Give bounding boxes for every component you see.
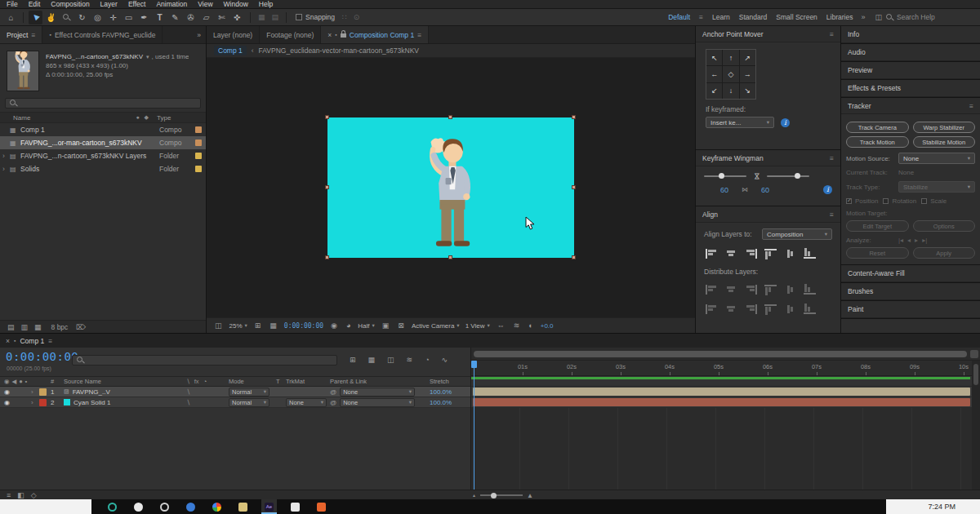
expand-in-out-icon[interactable]: ◇ — [29, 491, 38, 499]
choose-grid-icon[interactable]: ⊞ — [253, 321, 263, 330]
eraser-tool[interactable]: ▱ — [199, 11, 213, 24]
panel-menu-icon[interactable]: ≡ — [830, 210, 834, 219]
motion-blur-icon[interactable]: ◔ — [423, 356, 430, 364]
column-type[interactable]: Type — [157, 114, 199, 122]
pixel-aspect-icon[interactable]: ⇔ — [496, 321, 506, 330]
scrollbar-handle[interactable] — [973, 364, 978, 385]
clone-stamp-tool[interactable]: ✇ — [184, 11, 198, 24]
graph-editor-icon[interactable]: ∿ — [440, 356, 450, 364]
timeline-search-input[interactable] — [87, 357, 332, 365]
breadcrumb-comp[interactable]: Comp 1 — [214, 46, 247, 55]
bit-depth-button[interactable]: 8 bpc — [51, 323, 69, 331]
layer-name[interactable]: Cyan Solid 1 — [64, 399, 186, 406]
time-ruler[interactable]: 01s02s03s04s05s06s07s08s09s10s — [471, 361, 980, 376]
menu-item-help[interactable]: Help — [259, 0, 273, 8]
layer-visibility-toggle[interactable]: ◉ — [4, 388, 10, 396]
panel-menu-icon[interactable]: ≡ — [830, 154, 834, 162]
layer-stretch-value[interactable]: 100.0% — [430, 388, 467, 396]
selection-handle[interactable] — [325, 115, 329, 119]
panel-header-info[interactable]: Info — [841, 26, 980, 43]
exposure-icon[interactable]: ◐ — [527, 321, 534, 330]
snap-to-features-icon[interactable]: ∷ — [341, 13, 349, 21]
layer-duration-bar[interactable] — [473, 388, 970, 396]
roto-brush-tool[interactable]: ✄ — [215, 11, 229, 24]
panel-header-effects-presets[interactable]: Effects & Presets — [841, 80, 980, 97]
taskbar-app-1-icon[interactable] — [105, 499, 120, 514]
selection-handle[interactable] — [572, 255, 576, 259]
timeline-navigator[interactable] — [471, 348, 980, 361]
layer-visibility-toggle[interactable]: ◉ — [4, 399, 10, 406]
panel-header-brushes[interactable]: Brushes — [841, 283, 980, 300]
puppet-pin-tool[interactable]: ✜ — [230, 11, 244, 24]
tab-overflow-button[interactable]: » — [192, 26, 206, 43]
lock-icon[interactable] — [341, 33, 346, 38]
link-icon[interactable]: ⋈ — [742, 186, 748, 193]
expander-icon[interactable]: › — [2, 152, 10, 160]
distribute-alt-top-button[interactable] — [763, 303, 777, 315]
home-icon[interactable]: ⌂ — [4, 11, 18, 24]
blend-mode-dropdown[interactable]: Normal▾ — [229, 398, 270, 407]
wingman-right-value[interactable]: 60 — [761, 186, 769, 194]
tab-composition-viewer[interactable]: × ▪ Composition Comp 1 ≡ — [321, 26, 429, 43]
cyan-solid-layer[interactable] — [327, 117, 574, 258]
layer-duration-bar[interactable] — [473, 398, 970, 406]
panel-header-paint[interactable]: Paint — [841, 301, 980, 318]
layer-stretch-value[interactable]: 100.0% — [430, 399, 467, 406]
column-stretch[interactable]: Stretch — [430, 378, 467, 385]
column-t[interactable]: T — [276, 378, 286, 385]
type-tool[interactable]: T — [153, 11, 167, 24]
layer-expander[interactable]: › — [31, 399, 39, 406]
navigator-handle[interactable] — [474, 351, 967, 357]
vertical-scrollbar[interactable] — [972, 361, 980, 490]
taskbar-after-effects-icon[interactable]: Ae — [261, 499, 277, 514]
track-camera-button[interactable]: Track Camera — [846, 122, 909, 133]
distribute-alt-horizontal-center-button[interactable] — [724, 303, 738, 315]
snap-options-icon[interactable]: ⊙ — [352, 13, 362, 21]
frame-blending-icon[interactable]: ≋ — [405, 356, 415, 364]
project-item-favpng-or-man-cartoon-s673knkv[interactable]: ▦FAVPNG_...or-man-cartoon_s673kNKVCompo — [0, 136, 206, 149]
taskbar-app-2-icon[interactable] — [131, 499, 146, 514]
workspace-libraries[interactable]: Libraries — [826, 13, 853, 21]
taskbar-app-8-icon[interactable] — [287, 499, 303, 514]
timeline-search[interactable] — [72, 355, 337, 366]
anchor-move-down-right-button[interactable]: ↘ — [740, 83, 755, 99]
menu-item-window[interactable]: Window — [224, 0, 248, 8]
grid-overlay-icon[interactable]: ▦ — [256, 13, 267, 21]
distribute-alt-bottom-button[interactable] — [802, 303, 817, 315]
selection-handle[interactable] — [325, 185, 329, 189]
menu-item-view[interactable]: View — [198, 0, 212, 8]
project-search-input[interactable] — [20, 100, 196, 108]
camera-track-tool[interactable]: ◎ — [91, 11, 105, 24]
fast-previews-icon[interactable]: ≋ — [512, 321, 522, 330]
expand-transfer-controls-icon[interactable]: ◧ — [16, 491, 26, 499]
distribute-horizontal-center-button[interactable] — [724, 283, 738, 295]
timeline-layer-row-1[interactable]: ◉›1▨FAVPNG_..V∖Normal▾@None▾100.0% — [0, 387, 470, 397]
workspace-overflow-button[interactable]: » — [861, 13, 865, 21]
kind-column-icon[interactable]: ◆ — [145, 114, 149, 121]
align-left-button[interactable] — [704, 247, 719, 259]
info-icon[interactable]: i — [823, 185, 832, 194]
slider-handle[interactable] — [719, 173, 724, 179]
anchor-move-up-left-button[interactable]: ↖ — [706, 50, 722, 65]
wingman-left-value[interactable]: 60 — [720, 186, 728, 194]
close-icon[interactable]: × — [6, 337, 10, 345]
zoom-out-icon[interactable]: ▲ — [472, 493, 476, 498]
panel-header-audio[interactable]: Audio — [841, 44, 980, 61]
align-bottom-button[interactable] — [802, 247, 817, 259]
magnification-dropdown[interactable]: 25%▾ — [229, 322, 247, 330]
preview-item-name[interactable]: FAVPNG_...n-cartoon_s673kNKV — [46, 53, 143, 60]
selection-handle[interactable] — [572, 185, 576, 189]
align-right-button[interactable] — [743, 247, 758, 259]
wingman-slider-right[interactable] — [767, 175, 809, 177]
panel-menu-icon[interactable]: ≡ — [830, 30, 834, 38]
cartoon-man-artwork[interactable] — [418, 135, 483, 250]
distribute-top-button[interactable] — [763, 283, 777, 295]
orbit-camera-tool[interactable]: ↻ — [75, 11, 89, 24]
align-vertical-center-button[interactable] — [782, 247, 797, 259]
layer-label-chip[interactable] — [39, 399, 51, 406]
chevron-down-icon[interactable]: ▾ — [146, 54, 149, 60]
camera-dropdown[interactable]: Active Camera▾ — [412, 322, 460, 330]
composition-canvas[interactable] — [207, 58, 695, 317]
media-browser-toggle-icon[interactable]: ◫ — [873, 13, 884, 21]
preview-timecode[interactable]: 0:00:00:00 — [284, 322, 323, 330]
